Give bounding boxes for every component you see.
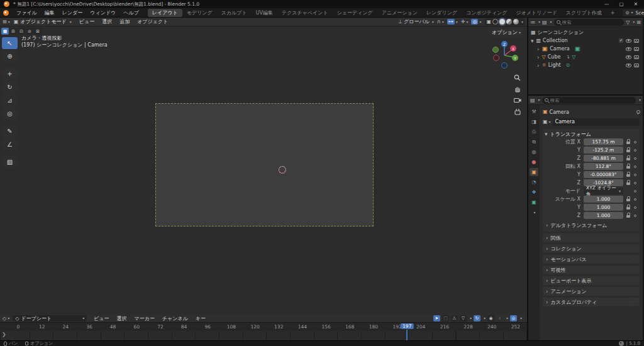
current-frame-badge[interactable]: 197: [401, 323, 413, 329]
show-errors-icon[interactable]: ⚠: [451, 315, 458, 321]
snap-toggle[interactable]: ∩▾: [437, 19, 444, 25]
pin-icon[interactable]: [635, 110, 640, 114]
transform-tool[interactable]: ◎: [2, 108, 18, 120]
scene-selector[interactable]: ◍▾ Scene ⚲ ⧉ ✕: [623, 9, 644, 16]
tab-view-layer[interactable]: ⧉: [530, 138, 538, 146]
workspace-tab-モデリング[interactable]: モデリング: [182, 9, 217, 17]
rotate-tool[interactable]: ↻: [2, 81, 18, 93]
select-extend-button[interactable]: ⊞: [9, 28, 17, 35]
menu-ウィンドウ[interactable]: ウィンドウ: [86, 9, 119, 16]
workspace-tab-UV編集[interactable]: UV編集: [252, 9, 277, 17]
lock-icon[interactable]: [626, 139, 631, 145]
disable-render-icon[interactable]: [634, 39, 639, 43]
disable-render-icon[interactable]: [634, 47, 639, 51]
menu-編集[interactable]: 編集: [41, 9, 58, 16]
3d-cursor[interactable]: [279, 166, 286, 173]
workspace-tab-アニメーション[interactable]: アニメーション: [377, 9, 422, 17]
disable-render-icon[interactable]: [634, 55, 639, 59]
dope-sheet-mode-dropdown[interactable]: ◇ ドープシート▾: [13, 315, 87, 321]
outliner-search[interactable]: [554, 19, 625, 26]
workspace-tab-レイアウト[interactable]: レイアウト: [148, 9, 182, 17]
dopesheet-menu-マーカー[interactable]: マーカー: [131, 315, 158, 322]
keyframe-dot[interactable]: [634, 215, 636, 217]
camera-frame[interactable]: [155, 103, 374, 226]
dopesheet-menu-チャンネル[interactable]: チャンネル: [158, 315, 192, 322]
value-field[interactable]: 1.000: [584, 204, 623, 211]
value-field[interactable]: 1.000: [584, 212, 623, 219]
timeline-ruler[interactable]: 197 012243648607284961081201321441561681…: [0, 323, 527, 331]
menu-ヘルプ[interactable]: ヘルプ: [119, 9, 143, 16]
workspace-tab-シェーディング[interactable]: シェーディング: [333, 9, 377, 17]
tab-output[interactable]: ⎙: [530, 128, 538, 136]
overlays-dropdown[interactable]: ◎▾: [471, 19, 481, 25]
outliner-row-scene-collection[interactable]: ▦ シーンコレクション: [530, 28, 641, 36]
filter-funnel-icon[interactable]: ▽: [460, 315, 467, 321]
workspace-tab-スクリプト作成[interactable]: スクリプト作成: [562, 9, 606, 17]
menu-ファイル[interactable]: ファイル: [13, 9, 41, 16]
editor-type-icon[interactable]: ◇: [3, 316, 6, 321]
new-collection-icon[interactable]: ⊞: [636, 20, 641, 25]
proportional-edit-icon[interactable]: ◉: [487, 315, 494, 321]
viewport-menu-追加[interactable]: 追加: [116, 18, 133, 25]
select-subtract-button[interactable]: ⊟: [18, 28, 25, 35]
value-field[interactable]: -125.2 m: [584, 147, 623, 153]
workspace-tab-ジオメトリノード[interactable]: ジオメトリノード: [512, 9, 562, 17]
properties-search[interactable]: [542, 97, 636, 104]
add-workspace-button[interactable]: +: [606, 9, 619, 16]
value-field[interactable]: -80.881 m: [584, 155, 623, 162]
value-field[interactable]: -0.000083°: [584, 171, 623, 178]
disclosure-open-icon[interactable]: ▾: [531, 38, 534, 44]
orientation-dropdown[interactable]: ⊥ グローバル▾: [398, 18, 434, 25]
lock-icon[interactable]: [626, 155, 631, 161]
object-name-field[interactable]: Camera: [553, 118, 640, 126]
panel-header-可視性[interactable]: ›可視性⋯: [543, 265, 640, 274]
scene-name[interactable]: Scene: [636, 10, 644, 16]
keyframe-dot[interactable]: [634, 190, 636, 193]
panel-header-カスタムプロパティ[interactable]: ›カスタムプロパティ⋯: [543, 298, 640, 306]
outliner-row-light[interactable]: › ☼ Light ⊙: [530, 61, 641, 69]
tab-object[interactable]: ▣: [530, 168, 538, 176]
panel-header-関係[interactable]: ›関係⋯: [543, 233, 640, 242]
viewport-menu-オブジェクト[interactable]: オブジェクト: [133, 18, 172, 25]
value-field[interactable]: 1.000: [584, 196, 623, 203]
workspace-tab-スカルプト[interactable]: スカルプト: [217, 9, 252, 17]
annotate-tool[interactable]: ✎: [2, 125, 18, 137]
cursor-tool[interactable]: ⊕: [2, 50, 18, 62]
keyframe-dot[interactable]: [634, 165, 636, 168]
hide-viewport-icon[interactable]: [626, 64, 631, 67]
select-intersect-button[interactable]: ⊠: [34, 28, 42, 35]
rendered-shading-button[interactable]: [513, 19, 519, 25]
lock-icon[interactable]: [626, 204, 631, 210]
zoom-icon[interactable]: [513, 73, 522, 82]
transform-panel-header[interactable]: ▾トランスフォーム: [545, 130, 638, 138]
workspace-tab-コンポジティング[interactable]: コンポジティング: [462, 9, 512, 17]
filter-funnel-icon[interactable]: ▽: [626, 20, 630, 25]
select-box-tool[interactable]: ↖: [2, 37, 18, 49]
collection-checkbox[interactable]: [619, 38, 623, 43]
value-field[interactable]: 157.75 m: [584, 138, 623, 145]
keyframe-dot[interactable]: [634, 206, 636, 209]
scale-tool[interactable]: ⊿: [2, 94, 18, 106]
timeline-channels[interactable]: ❯: [0, 331, 527, 340]
wireframe-shading-button[interactable]: [492, 19, 498, 25]
disclosure-closed-icon[interactable]: ›: [537, 46, 540, 52]
editor-type-icon[interactable]: ▤: [530, 98, 535, 103]
lock-icon[interactable]: [626, 196, 631, 202]
solid-shading-button[interactable]: [499, 19, 505, 25]
tab-physics[interactable]: ◔: [530, 178, 538, 186]
keyframe-dot[interactable]: [634, 198, 636, 201]
minimize-button[interactable]: —: [604, 1, 609, 7]
proportional-edit-dropdown[interactable]: ⊶▾: [447, 19, 458, 25]
lock-icon[interactable]: [626, 164, 631, 169]
lock-icon[interactable]: [626, 180, 631, 186]
panel-header-コレクション[interactable]: ›コレクション⋯: [543, 244, 640, 253]
viewport-menu-選択[interactable]: 選択: [98, 18, 116, 25]
properties-options-icon[interactable]: ▾: [639, 98, 641, 102]
hide-viewport-icon[interactable]: [626, 55, 631, 59]
disclosure-closed-icon[interactable]: ›: [537, 54, 540, 60]
tab-scene[interactable]: ◍: [530, 148, 538, 156]
keyframe-dot[interactable]: [634, 174, 636, 176]
tab-world[interactable]: ●: [530, 158, 538, 166]
keyframe-dot[interactable]: [634, 182, 636, 184]
outliner-row-collection[interactable]: ▾ ▥ Collection: [530, 36, 641, 45]
